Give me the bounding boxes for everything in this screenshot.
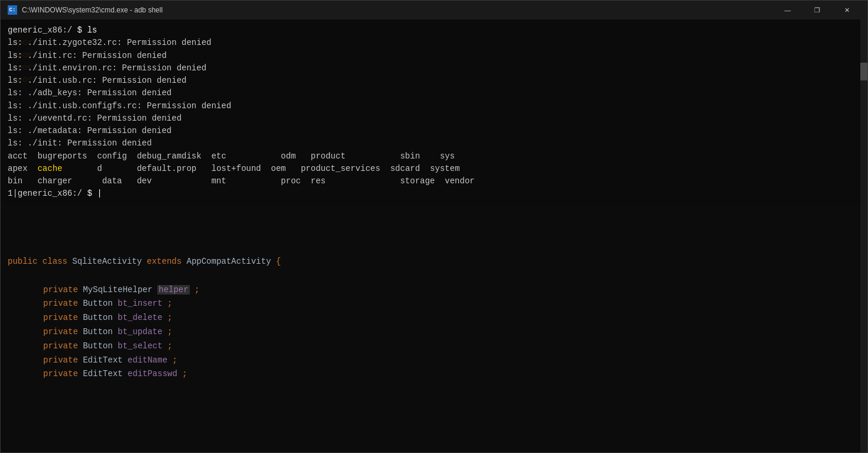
cmd-1: ls [87, 25, 97, 35]
prompt-end: 1|generic_x86:/ [8, 189, 82, 198]
cmd-icon-label: C: [9, 7, 16, 13]
cmd-icon: C: [8, 5, 17, 15]
cmd-prompt-sym-1: $ [72, 25, 87, 35]
terminal-line-5: ls: ./init.usb.rc: Permission denied [8, 75, 853, 87]
terminal-line-13: bin charger data dev mnt proc res storag… [8, 175, 853, 187]
code-line-bt-delete: private Button bt_delete ; [43, 311, 853, 325]
scrollbar-thumb[interactable] [860, 63, 867, 80]
terminal-line-7: ls: ./init.usb.configfs.rc: Permission d… [8, 100, 853, 112]
terminal-line-12: apex cache d default.prop lost+found oem… [8, 163, 853, 175]
field-helper: helper [157, 285, 189, 295]
field-bt-update: bt_update [118, 327, 163, 336]
title-bar-left: C: C:\WINDOWS\system32\cmd.exe - adb she… [8, 5, 163, 15]
code-line-class: public class SqliteActivity extends AppC… [8, 255, 853, 269]
field-editpasswd: editPasswd [128, 369, 177, 378]
kw-private-bt-select: private [43, 341, 78, 351]
terminal-content: import android.view.View; import android… [1, 20, 867, 452]
minimize-button[interactable]: — [774, 1, 801, 20]
field-bt-delete: bt_delete [118, 313, 163, 322]
close-button[interactable]: ✕ [833, 1, 860, 20]
code-line-bt-select: private Button bt_select ; [43, 339, 853, 354]
kw-private-editpasswd: private [43, 369, 78, 378]
code-section: public class SqliteActivity extends AppC… [1, 250, 860, 452]
cmd-window: C: C:\WINDOWS\system32\cmd.exe - adb she… [0, 0, 868, 453]
field-bt-select: bt_select [118, 341, 163, 351]
terminal-line-11: acct bugreports config debug_ramdisk etc… [8, 150, 853, 163]
kw-private-bt-insert: private [43, 299, 78, 308]
kw-private-editname: private [43, 355, 78, 365]
terminal-line-9: ls: ./metadata: Permission denied [8, 125, 853, 137]
code-line-bt-insert: private Button bt_insert ; [43, 297, 853, 311]
cache-highlight: cache [37, 164, 62, 173]
prompt-end-sym: $ [82, 189, 97, 198]
prompt-1: generic_x86:/ [8, 25, 72, 35]
kw-public: public [8, 257, 37, 266]
code-line-editname: private EditText editName ; [43, 354, 853, 368]
code-line-editpasswd: private EditText editPasswd ; [43, 367, 853, 381]
terminal-line-6: ls: ./adb_keys: Permission denied [8, 87, 853, 99]
window-controls: — ❐ ✕ [774, 1, 860, 20]
kw-private-helper: private [43, 285, 78, 295]
terminal-line-3: ls: ./init.rc: Permission denied [8, 50, 853, 62]
kw-class: class [43, 257, 67, 266]
cursor: | [97, 189, 102, 198]
terminal-line-10: ls: ./init: Permission denied [8, 137, 853, 150]
terminal-output[interactable]: generic_x86:/ $ ls ls: ./init.zygote32.r… [1, 20, 860, 205]
kw-private-bt-delete: private [43, 313, 78, 322]
title-bar: C: C:\WINDOWS\system32\cmd.exe - adb she… [1, 1, 867, 20]
terminal-line-2: ls: ./init.zygote32.rc: Permission denie… [8, 37, 853, 49]
terminal-line-4: ls: ./init.environ.rc: Permission denied [8, 62, 853, 75]
kw-extends: extends [147, 257, 182, 266]
field-bt-insert: bt_insert [118, 299, 163, 308]
code-line-helper: private MySqLiteHelper helper ; [43, 283, 853, 297]
terminal-line-14: 1|generic_x86:/ $ | [8, 187, 853, 200]
kw-private-bt-update: private [43, 327, 78, 336]
code-empty-1 [8, 269, 853, 283]
field-editname: editName [128, 355, 167, 365]
code-line-bt-update: private Button bt_update ; [43, 325, 853, 339]
window-title: C:\WINDOWS\system32\cmd.exe - adb shell [22, 6, 163, 14]
terminal-line-1: generic_x86:/ $ ls [8, 24, 853, 37]
restore-button[interactable]: ❐ [804, 1, 831, 20]
scrollbar[interactable] [860, 20, 867, 452]
terminal-line-8: ls: ./ueventd.rc: Permission denied [8, 112, 853, 125]
